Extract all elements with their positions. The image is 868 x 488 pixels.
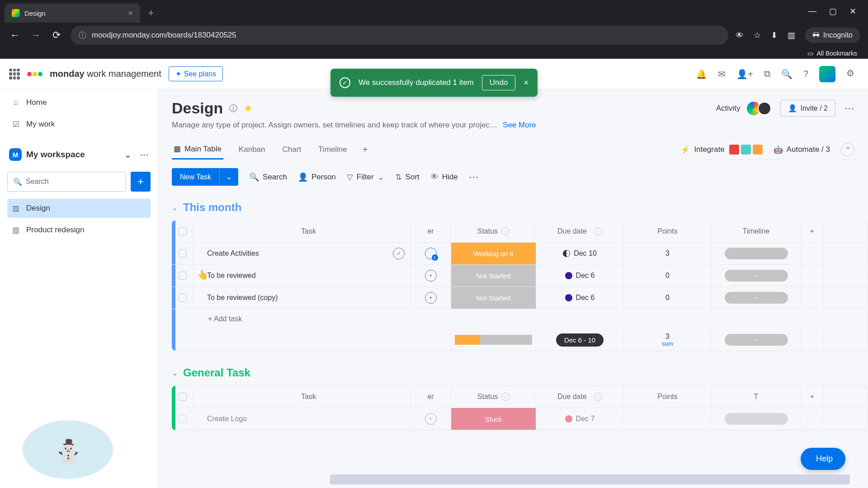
add-view-button[interactable]: + (363, 145, 368, 155)
column-timeline[interactable]: T (712, 386, 801, 408)
column-owner[interactable]: er (410, 386, 451, 408)
timeline-cell[interactable]: - (712, 287, 801, 309)
task-name[interactable]: Create Logo (207, 415, 410, 423)
updates-icon[interactable]: + (425, 292, 437, 304)
collapse-group-icon[interactable]: ⌄ (172, 369, 178, 377)
new-task-button[interactable]: New Task ⌄ (172, 168, 238, 186)
download-icon[interactable]: ⬇ (771, 30, 778, 40)
new-tab-button[interactable]: + (143, 5, 159, 21)
status-cell[interactable]: Working on it (451, 243, 536, 264)
task-name[interactable]: To be reviewed (207, 272, 410, 280)
reload-icon[interactable]: ⟳ (50, 29, 63, 41)
row-checkbox[interactable] (179, 415, 187, 423)
table-row[interactable]: Create Activities ✓ 1 Working on it Dec … (172, 243, 868, 265)
column-task[interactable]: Task (193, 221, 410, 242)
address-bar[interactable]: ⓘ moodjoy.monday.com/boards/1830420525 (71, 26, 728, 45)
info-icon[interactable]: i (594, 227, 602, 235)
minimize-icon[interactable]: — (808, 6, 816, 16)
star-icon[interactable]: ★ (244, 103, 253, 114)
eye-off-icon[interactable]: 👁 (736, 31, 744, 40)
chevron-down-icon[interactable]: ⌄ (124, 150, 132, 160)
due-date-cell[interactable]: Dec 6 (536, 265, 624, 286)
select-all-checkbox[interactable] (179, 393, 187, 401)
integrate-button[interactable]: ⚡ Integrate (680, 145, 763, 155)
undo-button[interactable]: Undo (482, 75, 516, 90)
hide-button[interactable]: 👁 Hide (430, 172, 458, 182)
search-icon[interactable]: 🔍 (781, 69, 793, 80)
help-button[interactable]: Help (801, 448, 845, 470)
tab-main-table[interactable]: ▦ Main Table (172, 140, 223, 160)
help-icon[interactable]: ? (803, 69, 808, 79)
column-due-date[interactable]: Due date i (536, 221, 624, 242)
site-info-icon[interactable]: ⓘ (79, 30, 86, 41)
collapse-header-icon[interactable]: ⌃ (841, 143, 854, 156)
workspace-selector[interactable]: M My workspace ⌄ ⋯ (7, 144, 151, 165)
automate-button[interactable]: 🤖 Automate / 3 (774, 145, 830, 155)
close-toast-icon[interactable]: × (524, 78, 528, 88)
column-status[interactable]: Status i (451, 221, 536, 242)
search-tool[interactable]: 🔍 Search (249, 172, 287, 182)
column-points[interactable]: Points (624, 386, 712, 408)
sidebar-item-home[interactable]: ⌂ Home (7, 93, 151, 112)
table-row[interactable]: Create Logo + Stuck Dec 7 (172, 408, 868, 430)
due-date-cell[interactable]: Dec 7 (536, 408, 624, 430)
column-task[interactable]: Task (193, 386, 410, 408)
expand-task-icon[interactable]: ✓ (393, 248, 405, 259)
timeline-cell[interactable] (712, 243, 801, 264)
board-menu-icon[interactable]: ⋯ (844, 103, 854, 114)
points-cell[interactable]: 3 (624, 243, 712, 264)
invite-members-icon[interactable]: 👤+ (736, 69, 753, 80)
new-task-dropdown-icon[interactable]: ⌄ (219, 168, 238, 186)
updates-icon[interactable]: + (425, 270, 437, 282)
column-points[interactable]: Points (624, 221, 712, 242)
info-icon[interactable]: i (501, 227, 509, 235)
row-checkbox[interactable] (179, 272, 187, 280)
apps-marketplace-icon[interactable]: ⧉ (764, 69, 770, 79)
points-cell[interactable]: 0 (624, 287, 712, 309)
table-row[interactable]: ⋯ To be reviewed + 👆 Not Started Dec 6 0 (172, 265, 868, 287)
see-more-link[interactable]: See More (503, 121, 536, 130)
points-cell[interactable] (624, 408, 712, 430)
tab-timeline[interactable]: Timeline (316, 141, 349, 159)
due-date-cell[interactable]: Dec 6 (536, 287, 624, 309)
due-date-cell[interactable]: Dec 10 (536, 243, 624, 264)
incognito-badge[interactable]: 🕶 Incognito (805, 28, 860, 43)
browser-tab[interactable]: Design × (5, 4, 140, 23)
toolbar-more-icon[interactable]: ⋯ (469, 171, 479, 183)
timeline-cell[interactable] (712, 408, 801, 430)
points-cell[interactable]: 0 (624, 265, 712, 286)
row-checkbox[interactable] (179, 249, 187, 258)
info-icon[interactable]: ⓘ (229, 103, 237, 114)
add-task-row[interactable]: + Add task (172, 309, 868, 329)
task-name[interactable]: To be reviewed (copy) (207, 294, 410, 302)
updates-icon[interactable]: + (425, 413, 437, 425)
table-row[interactable]: To be reviewed (copy) + Not Started Dec … (172, 287, 868, 309)
workspace-menu-icon[interactable]: ⋯ (140, 149, 149, 160)
see-plans-button[interactable]: ✦ See plans (169, 66, 223, 81)
inbox-icon[interactable]: ✉ (718, 69, 726, 80)
info-icon[interactable]: i (594, 393, 602, 401)
sidebar-item-my-work[interactable]: ☑ My work (7, 115, 151, 134)
horizontal-scrollbar[interactable] (330, 474, 850, 484)
all-bookmarks-link[interactable]: All Bookmarks (817, 50, 857, 57)
status-cell[interactable]: Stuck (451, 408, 536, 430)
status-cell[interactable]: Not Started (451, 265, 536, 286)
column-owner[interactable]: er (410, 221, 451, 242)
notifications-icon[interactable]: 🔔 (696, 69, 707, 80)
updates-icon[interactable]: 1 (425, 248, 437, 259)
group-title[interactable]: This month (183, 201, 241, 214)
close-tab-icon[interactable]: × (128, 9, 133, 18)
activity-avatars[interactable] (750, 102, 771, 115)
column-due-date[interactable]: Due date i (536, 386, 624, 408)
add-column-button[interactable]: + (801, 386, 824, 408)
maximize-icon[interactable]: ▢ (829, 6, 837, 16)
settings-gear-icon[interactable]: ⚙ (846, 68, 859, 80)
sort-button[interactable]: ⇅ Sort (395, 172, 420, 182)
task-name[interactable]: Create Activities (207, 249, 393, 258)
status-cell[interactable]: Not Started (451, 287, 536, 309)
user-avatar[interactable] (819, 66, 835, 82)
sidebar-search-input[interactable]: 🔍 Search (7, 172, 126, 192)
filter-button[interactable]: ▽ Filter ⌄ (347, 172, 384, 182)
collapse-group-icon[interactable]: ⌄ (172, 203, 178, 212)
timeline-cell[interactable]: - (712, 265, 801, 286)
